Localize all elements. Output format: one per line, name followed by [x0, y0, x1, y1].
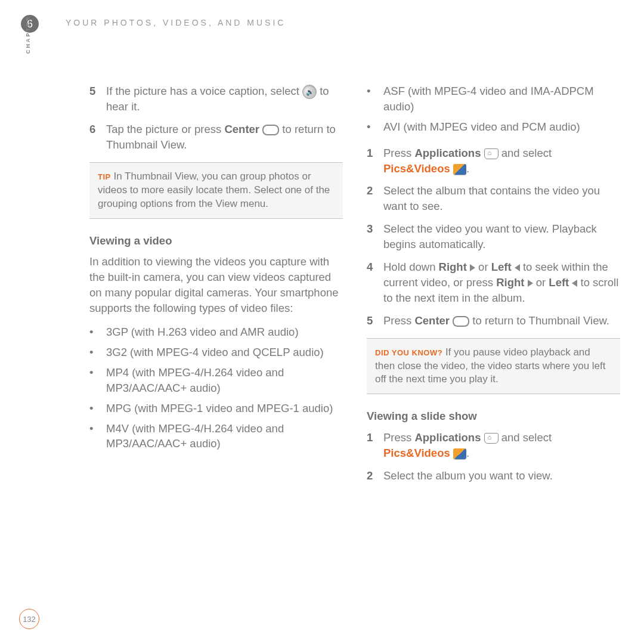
right-key-label: Right: [496, 276, 524, 289]
section-heading-slideshow: Viewing a slide show: [367, 408, 620, 424]
bullet-item: •ASF (with MPEG-4 video and IMA-ADPCM au…: [367, 83, 620, 114]
step-text: Select the album you want to view.: [383, 468, 553, 484]
text: and select: [501, 431, 552, 444]
step-5: 5 If the picture has a voice caption, se…: [89, 83, 343, 114]
step-text: Press Center to return to Thumbnail View…: [383, 313, 609, 329]
pics-videos-label: Pics&Videos: [383, 162, 450, 175]
left-column: 5 If the picture has a voice caption, se…: [89, 83, 343, 491]
dyk-label: DID YOU KNOW?: [375, 348, 442, 357]
pics-videos-icon: [453, 448, 466, 459]
step-text: Select the video you want to view. Playb…: [383, 221, 620, 252]
right-key-label: Right: [439, 261, 467, 273]
text: Press: [383, 147, 414, 159]
pics-videos-label: Pics&Videos: [383, 447, 450, 459]
bullet-text: AVI (with MJPEG video and PCM audio): [383, 119, 580, 135]
right-column: •ASF (with MPEG-4 video and IMA-ADPCM au…: [367, 83, 620, 491]
bullet-dot: •: [89, 421, 106, 452]
applications-key-label: Applications: [414, 431, 481, 444]
bullet-dot: •: [89, 324, 106, 340]
bullet-dot: •: [89, 365, 106, 396]
step-number: 5: [367, 313, 383, 329]
page-header: YOUR PHOTOS, VIDEOS, AND MUSIC: [66, 18, 286, 27]
step-number: 4: [367, 259, 383, 306]
text: or: [536, 276, 549, 289]
step-text: Hold down Right or Left to seek within t…: [383, 259, 620, 306]
step-number: 1: [367, 145, 383, 177]
did-you-know-callout: DID YOU KNOW? If you pause video playbac…: [367, 338, 620, 395]
step-1: 1 Press Applications and select Pics&Vid…: [367, 145, 620, 177]
step-number: 2: [367, 183, 383, 214]
step-number: 1: [367, 430, 383, 461]
bullet-text: 3GP (with H.263 video and AMR audio): [106, 324, 299, 340]
tip-callout: TIP In Thumbnail View, you can group pho…: [89, 162, 343, 219]
bullet-text: MP4 (with MPEG-4/H.264 video and MP3/AAC…: [106, 365, 343, 396]
bullet-dot: •: [89, 401, 106, 416]
step-4: 4 Hold down Right or Left to seek within…: [367, 259, 620, 306]
text: and select: [501, 147, 552, 159]
step-5: 5 Press Center to return to Thumbnail Vi…: [367, 313, 620, 329]
section-heading-viewing-video: Viewing a video: [89, 233, 343, 249]
left-arrow-icon: [515, 264, 520, 271]
applications-key-icon: [484, 433, 499, 444]
bullet-dot: •: [367, 83, 383, 114]
center-key-label: Center: [414, 314, 450, 327]
tip-label: TIP: [98, 172, 111, 181]
step-text: Press Applications and select Pics&Video…: [383, 430, 552, 461]
text: or: [478, 261, 491, 273]
tip-text: In Thumbnail View, you can group photos …: [98, 171, 330, 209]
step-number: 6: [89, 122, 106, 153]
text: .: [466, 447, 469, 459]
voice-caption-icon: [302, 85, 317, 99]
text: Press: [383, 431, 414, 444]
pics-videos-icon: [453, 164, 466, 175]
bullet-text: M4V (with MPEG-4/H.264 video and MP3/AAC…: [106, 421, 343, 452]
step-2: 2 Select the album that contains the vid…: [367, 183, 620, 214]
right-arrow-icon: [528, 280, 533, 287]
bullet-item: •MP4 (with MPEG-4/H.264 video and MP3/AA…: [89, 365, 343, 396]
bullet-item: •3GP (with H.263 video and AMR audio): [89, 324, 343, 340]
paragraph: In addition to viewing the videos you ca…: [89, 254, 343, 316]
text: If the picture has a voice caption, sele…: [106, 85, 299, 97]
step-6: 6 Tap the picture or press Center to ret…: [89, 122, 343, 153]
page-number-text: 132: [23, 615, 36, 624]
bullet-dot: •: [89, 345, 106, 360]
bullet-dot: •: [367, 119, 383, 135]
applications-key-icon: [484, 148, 499, 159]
bullet-item: •MPG (with MPEG-1 video and MPEG-1 audio…: [89, 401, 343, 416]
right-arrow-icon: [470, 264, 475, 271]
bullet-text: MPG (with MPEG-1 video and MPEG-1 audio): [106, 401, 333, 416]
text: Press: [383, 314, 414, 327]
step-text: If the picture has a voice caption, sele…: [106, 83, 343, 114]
bullet-item: •AVI (with MJPEG video and PCM audio): [367, 119, 620, 135]
left-key-label: Left: [491, 261, 512, 273]
step-text: Press Applications and select Pics&Video…: [383, 145, 552, 177]
bullet-item: •M4V (with MPEG-4/H.264 video and MP3/AA…: [89, 421, 343, 452]
step-text: Tap the picture or press Center to retur…: [106, 122, 343, 153]
step-text: Select the album that contains the video…: [383, 183, 620, 214]
slideshow-step-2: 2 Select the album you want to view.: [367, 468, 620, 484]
bullet-item: •3G2 (with MPEG-4 video and QCELP audio): [89, 345, 343, 360]
text: to return to Thumbnail View.: [472, 314, 609, 327]
chapter-label-vertical: CHAPTER: [25, 15, 31, 54]
center-key-label: Center: [224, 123, 259, 135]
step-3: 3 Select the video you want to view. Pla…: [367, 221, 620, 252]
text: Hold down: [383, 261, 439, 273]
applications-key-label: Applications: [414, 147, 481, 159]
step-number: 5: [89, 83, 106, 114]
bullet-text: ASF (with MPEG-4 video and IMA-ADPCM aud…: [383, 83, 620, 114]
step-number: 3: [367, 221, 383, 252]
content-area: 5 If the picture has a voice caption, se…: [89, 83, 620, 491]
left-key-label: Left: [549, 276, 569, 289]
bullet-text: 3G2 (with MPEG-4 video and QCELP audio): [106, 345, 324, 360]
page-number: 132: [19, 609, 39, 629]
center-key-icon: [453, 316, 469, 327]
step-number: 2: [367, 468, 383, 484]
text: Tap the picture or press: [106, 123, 224, 135]
left-arrow-icon: [572, 280, 577, 287]
center-key-icon: [262, 125, 279, 135]
text: .: [466, 162, 469, 175]
slideshow-step-1: 1 Press Applications and select Pics&Vid…: [367, 430, 620, 461]
